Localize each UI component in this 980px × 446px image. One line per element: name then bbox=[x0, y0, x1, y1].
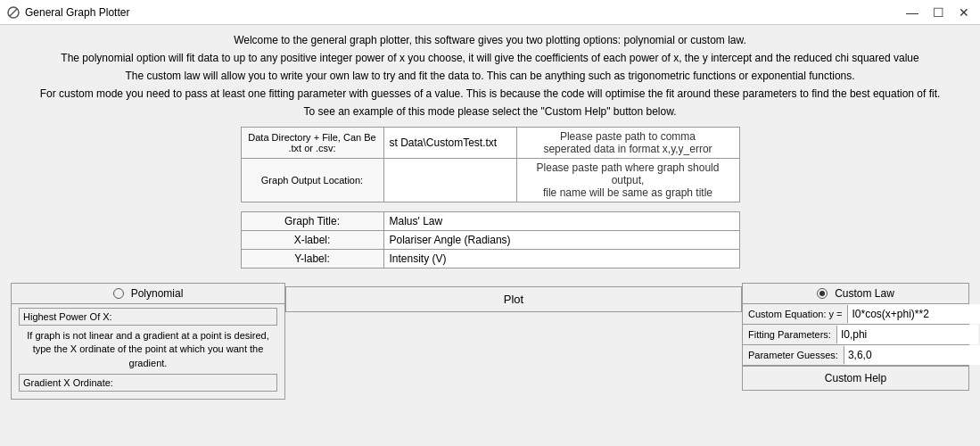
highest-power-row: Highest Power Of X: bbox=[19, 308, 277, 326]
close-button[interactable]: ✕ bbox=[955, 5, 973, 20]
app-icon bbox=[7, 6, 20, 19]
polynomial-radio[interactable] bbox=[113, 288, 124, 299]
param-row: Parameter Guesses: bbox=[743, 345, 968, 366]
param-input[interactable] bbox=[844, 345, 980, 365]
welcome-line1: Welcome to the general graph plotter, th… bbox=[11, 32, 969, 48]
custom-eq-label: Custom Equation: y = bbox=[743, 305, 848, 323]
labels-table: Graph Title: X-label: Y-label: bbox=[241, 211, 740, 268]
polynomial-panel: Polynomial Highest Power Of X: If graph … bbox=[11, 283, 285, 400]
welcome-line3: The custom law will allow you to write y… bbox=[11, 68, 969, 84]
custom-law-header[interactable]: Custom Law bbox=[743, 284, 968, 304]
gradient-label: Gradient X Ordinate: bbox=[23, 377, 113, 388]
ylabel-input-cell[interactable] bbox=[383, 250, 739, 268]
ylabel-row: Y-label: bbox=[241, 250, 739, 268]
xlabel-input-cell[interactable] bbox=[383, 231, 739, 250]
xlabel-label: X-label: bbox=[241, 231, 383, 250]
custom-eq-row: Custom Equation: y = bbox=[743, 304, 968, 325]
data-dir-row: Data Directory + File, Can Be.txt or .cs… bbox=[241, 128, 739, 159]
data-dir-input[interactable] bbox=[390, 136, 511, 149]
highest-power-label: Highest Power Of X: bbox=[23, 311, 112, 322]
param-label: Parameter Guesses: bbox=[743, 346, 844, 364]
graph-output-row: Graph Output Location: Please paste path… bbox=[241, 159, 739, 202]
graph-title-input-cell[interactable] bbox=[383, 212, 739, 231]
ylabel-input[interactable] bbox=[390, 252, 734, 265]
custom-law-panel: Custom Law Custom Equation: y = Fitting … bbox=[742, 283, 969, 391]
main-form-table: Data Directory + File, Can Be.txt or .cs… bbox=[241, 127, 740, 202]
data-dir-hint: Please paste path to commaseperated data… bbox=[516, 128, 739, 159]
ylabel-label: Y-label: bbox=[241, 250, 383, 268]
xlabel-input[interactable] bbox=[390, 234, 734, 246]
custom-radio[interactable] bbox=[817, 288, 828, 299]
custom-help-button[interactable]: Custom Help bbox=[743, 366, 968, 390]
custom-law-label: Custom Law bbox=[835, 287, 894, 300]
svg-line-1 bbox=[10, 9, 17, 16]
graph-title-label: Graph Title: bbox=[241, 212, 383, 231]
graph-title-row: Graph Title: bbox=[241, 212, 739, 231]
plot-button[interactable]: Plot bbox=[285, 286, 742, 312]
fitting-label: Fitting Parameters: bbox=[743, 326, 837, 343]
welcome-line5: To see an example of this mode please se… bbox=[11, 103, 969, 120]
fitting-row: Fitting Parameters: bbox=[743, 325, 968, 345]
graph-title-input[interactable] bbox=[390, 215, 734, 227]
maximize-button[interactable]: ☐ bbox=[929, 5, 948, 20]
welcome-line4: For custom mode you need to pass at leas… bbox=[11, 86, 969, 102]
gradient-input[interactable] bbox=[117, 376, 273, 389]
gradient-row: Gradient X Ordinate: bbox=[19, 374, 277, 392]
xlabel-row: X-label: bbox=[241, 231, 739, 250]
gradient-info: If graph is not linear and a gradient at… bbox=[19, 329, 277, 370]
polynomial-header[interactable]: Polynomial bbox=[12, 284, 284, 304]
custom-eq-input[interactable] bbox=[848, 304, 980, 324]
polynomial-label: Polynomial bbox=[131, 287, 184, 300]
data-dir-input-cell[interactable] bbox=[383, 128, 516, 159]
welcome-section: Welcome to the general graph plotter, th… bbox=[11, 32, 969, 121]
graph-output-hint: Please paste path where graph should out… bbox=[516, 159, 739, 202]
graph-output-label: Graph Output Location: bbox=[241, 159, 383, 202]
welcome-line2: The polynomial option will fit data to u… bbox=[11, 50, 969, 66]
minimize-button[interactable]: — bbox=[902, 5, 922, 20]
highest-power-input[interactable] bbox=[116, 310, 273, 323]
graph-output-input[interactable] bbox=[390, 174, 511, 186]
graph-output-input-cell[interactable] bbox=[383, 159, 516, 202]
data-dir-label: Data Directory + File, Can Be.txt or .cs… bbox=[241, 128, 383, 159]
window-title: General Graph Plotter bbox=[25, 6, 902, 19]
fitting-input[interactable] bbox=[837, 325, 978, 344]
